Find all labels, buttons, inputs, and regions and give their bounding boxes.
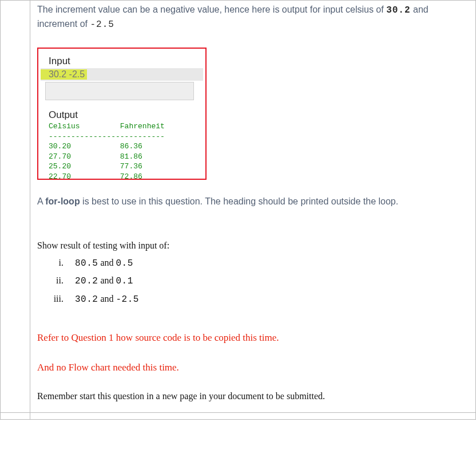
list-item-text: 20.2 and 0.1 — [75, 273, 133, 289]
input-value: 30.2 -2.5 — [41, 69, 87, 80]
intro-val1: 30.2 — [386, 5, 410, 15]
test-mid: and — [98, 258, 116, 267]
next-question-number-cell — [1, 413, 30, 420]
intro-text-pre: The increment value can be a negative va… — [37, 5, 386, 14]
next-question-content-cell — [30, 413, 476, 420]
output-label: Output — [49, 109, 197, 121]
forloop-bold: for-loop — [45, 196, 80, 206]
list-item: ii. 20.2 and 0.1 — [37, 273, 469, 289]
test-intro: Show result of testing with input of: — [37, 238, 469, 253]
question-content-cell: The increment value can be a negative va… — [30, 1, 476, 413]
test-val-b: 0.5 — [116, 258, 133, 269]
test-list: i. 80.5 and 0.5 ii. 20.2 and 0.1 iii. — [37, 255, 469, 308]
roman-numeral: iii. — [37, 291, 75, 308]
input-label: Input — [49, 56, 197, 67]
final-note: Remember start this question in a new pa… — [37, 389, 469, 404]
test-mid: and — [98, 275, 116, 285]
test-val-b: -2.5 — [116, 294, 139, 305]
input-row: 30.2 -2.5 — [41, 68, 203, 81]
test-val-a: 30.2 — [75, 294, 98, 305]
document-table: The increment value can be a negative va… — [0, 0, 476, 420]
next-question-row — [1, 413, 476, 420]
question-number-cell — [1, 1, 30, 413]
intro-val2: -2.5 — [90, 19, 114, 30]
test-val-b: 0.1 — [116, 276, 133, 286]
example-panel: Input 30.2 -2.5 Output Celsius Fahrenhei… — [41, 52, 203, 179]
forloop-pre: A — [37, 196, 45, 206]
roman-numeral: i. — [37, 255, 75, 271]
roman-numeral: ii. — [37, 273, 75, 289]
example-output-box: Input 30.2 -2.5 Output Celsius Fahrenhei… — [37, 48, 207, 180]
comic-section: Show result of testing with input of: i.… — [37, 238, 469, 403]
test-mid: and — [98, 294, 116, 304]
forloop-post: is best to use in this question. The hea… — [80, 196, 399, 206]
console-output: Celsius Fahrenheit ---------------------… — [49, 121, 197, 179]
red-note-1: Refer to Question 1 how source code is t… — [37, 330, 469, 345]
red-note-2: And no Flow chart needed this time. — [37, 360, 469, 375]
forloop-paragraph: A for-loop is best to use in this questi… — [37, 195, 469, 208]
list-item: iii. 30.2 and -2.5 — [37, 291, 469, 308]
input-grey-box — [45, 82, 194, 100]
list-item-text: 80.5 and 0.5 — [75, 255, 133, 271]
list-item: i. 80.5 and 0.5 — [37, 255, 469, 271]
intro-paragraph: The increment value can be a negative va… — [37, 1, 469, 31]
list-item-text: 30.2 and -2.5 — [75, 291, 139, 308]
test-val-a: 80.5 — [75, 258, 98, 269]
test-val-a: 20.2 — [75, 276, 98, 286]
